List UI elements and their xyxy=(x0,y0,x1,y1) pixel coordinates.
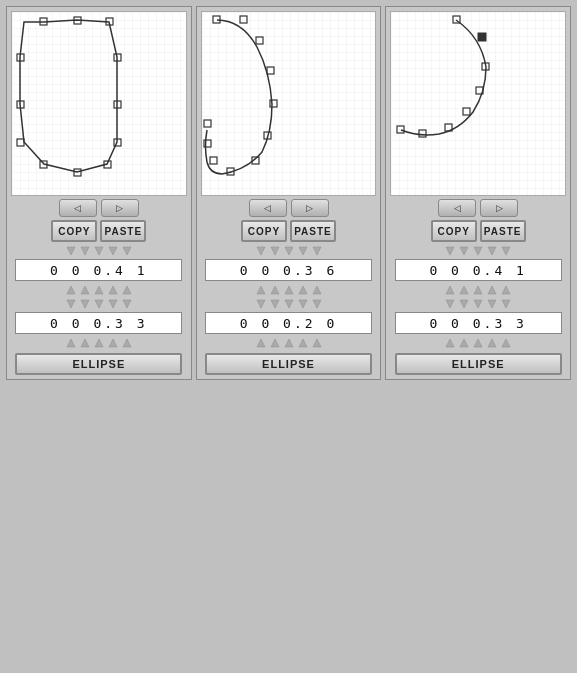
svg-marker-19 xyxy=(81,286,89,294)
arrow-up2-3a[interactable] xyxy=(444,337,457,348)
arrow-up2-1c[interactable] xyxy=(92,337,105,348)
arrow-up2-3b[interactable] xyxy=(458,337,471,348)
arrow-down-3b[interactable] xyxy=(458,245,471,256)
svg-marker-83 xyxy=(502,286,510,294)
svg-marker-28 xyxy=(67,339,75,347)
arrow-down2-1c[interactable] xyxy=(92,298,105,309)
copy-button-2[interactable]: COPY xyxy=(241,220,287,242)
arrow-down-2a[interactable] xyxy=(254,245,267,256)
svg-marker-20 xyxy=(95,286,103,294)
arrow-up-2e[interactable] xyxy=(310,284,323,295)
svg-marker-78 xyxy=(502,247,510,255)
arrow-down2-3a[interactable] xyxy=(444,298,457,309)
arrow-up2-1d[interactable] xyxy=(106,337,119,348)
arrow-up2-2e[interactable] xyxy=(310,337,323,348)
arrow-up2-2a[interactable] xyxy=(254,337,267,348)
svg-marker-48 xyxy=(299,247,307,255)
arrow-down2-1e[interactable] xyxy=(120,298,133,309)
arrows-up2-2 xyxy=(254,337,323,348)
value-display-3a: 0 0 0.4 1 xyxy=(395,259,562,281)
arrow-up2-3c[interactable] xyxy=(472,337,485,348)
arrow-left-btn-3[interactable] xyxy=(438,199,476,217)
arrow-down-2c[interactable] xyxy=(282,245,295,256)
arrow-down2-1a[interactable] xyxy=(64,298,77,309)
arrows-up2-1 xyxy=(64,337,133,348)
arrow-left-btn-1[interactable] xyxy=(59,199,97,217)
svg-marker-53 xyxy=(299,286,307,294)
arrow-up-3a[interactable] xyxy=(444,284,457,295)
ellipse-button-1[interactable]: ELLIPSE xyxy=(15,353,182,375)
arrow-down-2d[interactable] xyxy=(296,245,309,256)
arrow-down-1c[interactable] xyxy=(92,245,105,256)
arrow-up2-2c[interactable] xyxy=(282,337,295,348)
arrow-up-3b[interactable] xyxy=(458,284,471,295)
arrow-right-btn-1[interactable] xyxy=(101,199,139,217)
arrow-down2-2a[interactable] xyxy=(254,298,267,309)
arrow-up-2a[interactable] xyxy=(254,284,267,295)
copy-button-1[interactable]: COPY xyxy=(51,220,97,242)
svg-marker-13 xyxy=(67,247,75,255)
arrow-up-1c[interactable] xyxy=(92,284,105,295)
arrow-up-2d[interactable] xyxy=(296,284,309,295)
panel-3: COPY PASTE 0 0 0.4 1 0 0 0.3 3 xyxy=(385,6,571,380)
arrow-down2-2c[interactable] xyxy=(282,298,295,309)
arrow-down2-3b[interactable] xyxy=(458,298,471,309)
svg-marker-84 xyxy=(446,300,454,308)
arrow-down-3c[interactable] xyxy=(472,245,485,256)
arrow-up2-1a[interactable] xyxy=(64,337,77,348)
arrow-down2-2b[interactable] xyxy=(268,298,281,309)
arrow-up-3d[interactable] xyxy=(486,284,499,295)
arrow-down-1d[interactable] xyxy=(106,245,119,256)
arrow-up-1b[interactable] xyxy=(78,284,91,295)
arrow-down2-1b[interactable] xyxy=(78,298,91,309)
arrow-down-1e[interactable] xyxy=(120,245,133,256)
arrow-right-btn-2[interactable] xyxy=(291,199,329,217)
arrow-down2-2e[interactable] xyxy=(310,298,323,309)
copy-button-3[interactable]: COPY xyxy=(431,220,477,242)
main-container: COPY PASTE 0 0 0.4 1 0 0 0 xyxy=(6,6,571,380)
ellipse-button-2[interactable]: ELLIPSE xyxy=(205,353,372,375)
arrows-down2-3 xyxy=(444,298,513,309)
arrow-down-1b[interactable] xyxy=(78,245,91,256)
arrow-down2-3c[interactable] xyxy=(472,298,485,309)
svg-marker-89 xyxy=(446,339,454,347)
arrow-down-3a[interactable] xyxy=(444,245,457,256)
arrow-up-3e[interactable] xyxy=(500,284,513,295)
arrow-up-1a[interactable] xyxy=(64,284,77,295)
arrow-up-3c[interactable] xyxy=(472,284,485,295)
arrow-right-btn-3[interactable] xyxy=(480,199,518,217)
arrow-down2-2d[interactable] xyxy=(296,298,309,309)
ellipse-button-3[interactable]: ELLIPSE xyxy=(395,353,562,375)
arrow-up2-2b[interactable] xyxy=(268,337,281,348)
svg-marker-81 xyxy=(474,286,482,294)
arrow-up2-1b[interactable] xyxy=(78,337,91,348)
arrow-up2-3e[interactable] xyxy=(500,337,513,348)
arrow-up-1e[interactable] xyxy=(120,284,133,295)
arrow-down-3e[interactable] xyxy=(500,245,513,256)
svg-marker-57 xyxy=(285,300,293,308)
arrow-down-2e[interactable] xyxy=(310,245,323,256)
svg-marker-27 xyxy=(123,300,131,308)
svg-marker-92 xyxy=(488,339,496,347)
arrow-up-1d[interactable] xyxy=(106,284,119,295)
arrow-down-3d[interactable] xyxy=(486,245,499,256)
arrow-down2-3e[interactable] xyxy=(500,298,513,309)
panel-2: COPY PASTE 0 0 0.3 6 0 0 0.2 0 xyxy=(196,6,382,380)
arrow-down-2b[interactable] xyxy=(268,245,281,256)
paste-button-2[interactable]: PASTE xyxy=(290,220,336,242)
arrow-down-1a[interactable] xyxy=(64,245,77,256)
paste-button-3[interactable]: PASTE xyxy=(480,220,526,242)
arrow-up2-1e[interactable] xyxy=(120,337,133,348)
arrow-up2-3d[interactable] xyxy=(486,337,499,348)
value-display-1a: 0 0 0.4 1 xyxy=(15,259,182,281)
arrow-up2-2d[interactable] xyxy=(296,337,309,348)
svg-marker-86 xyxy=(474,300,482,308)
arrow-down2-1d[interactable] xyxy=(106,298,119,309)
arrow-down2-3d[interactable] xyxy=(486,298,499,309)
paste-button-1[interactable]: PASTE xyxy=(100,220,146,242)
arrow-up-2b[interactable] xyxy=(268,284,281,295)
copy-paste-row-3: COPY PASTE xyxy=(431,220,526,242)
arrow-left-btn-2[interactable] xyxy=(249,199,287,217)
arrow-up-2c[interactable] xyxy=(282,284,295,295)
svg-marker-25 xyxy=(95,300,103,308)
